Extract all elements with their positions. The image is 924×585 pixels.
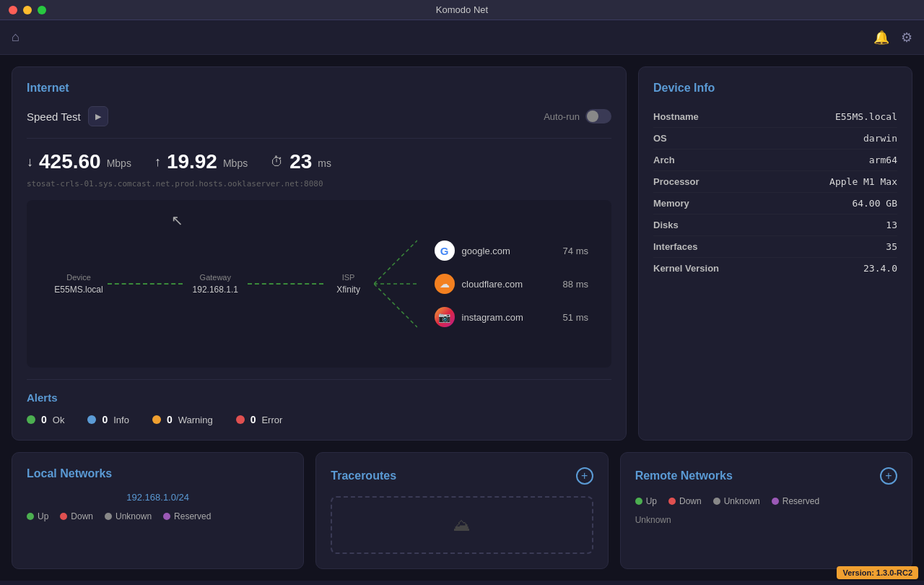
warning-dot-icon bbox=[152, 415, 161, 424]
kernel-key: Kernel Version bbox=[653, 263, 719, 274]
latency-metric: ⏱ 23 ms bbox=[271, 150, 331, 173]
remote-legend-unknown-label: Unknown bbox=[724, 496, 760, 506]
cloudflare-ms: 88 ms bbox=[563, 279, 588, 290]
speed-test-label: Speed Test bbox=[27, 110, 81, 123]
dest-cloudflare: ☁ cloudflare.com 88 ms bbox=[435, 274, 588, 294]
memory-key: Memory bbox=[653, 198, 689, 209]
info-memory: Memory 64.00 GB bbox=[653, 193, 897, 214]
remote-legend-up-label: Up bbox=[646, 496, 657, 506]
local-networks-header: Local Networks bbox=[27, 467, 289, 480]
remote-networks-legend: Up Down Unknown Reserved bbox=[635, 496, 897, 506]
alert-ok: 0 Ok bbox=[27, 414, 64, 425]
google-ms: 74 ms bbox=[563, 246, 588, 256]
branch-lines-svg bbox=[374, 226, 417, 342]
internet-title: Internet bbox=[27, 82, 611, 95]
google-icon: G bbox=[435, 240, 455, 261]
nmap-container: Device E55MS.local Gateway 192.168.1.1 I… bbox=[38, 212, 600, 356]
ok-label: Ok bbox=[53, 415, 65, 425]
close-button[interactable] bbox=[9, 6, 17, 14]
memory-val: 64.00 GB bbox=[852, 198, 897, 209]
gateway-value: 192.168.1.1 bbox=[193, 285, 238, 295]
server-url: stosat-crls-01.sys.comcast.net.prod.host… bbox=[27, 179, 611, 188]
auto-run-toggle[interactable] bbox=[585, 109, 611, 124]
info-hostname: Hostname E55MS.local bbox=[653, 106, 897, 128]
info-os: OS darwin bbox=[653, 128, 897, 150]
remote-legend-reserved: Reserved bbox=[772, 496, 819, 506]
maximize-button[interactable] bbox=[38, 6, 46, 14]
home-icon[interactable]: ⌂ bbox=[12, 30, 19, 45]
remote-legend-down: Down bbox=[668, 496, 702, 506]
info-label: Info bbox=[113, 415, 129, 425]
device-label: Device bbox=[66, 273, 91, 282]
device-info-card: Device Info Hostname E55MS.local OS darw… bbox=[638, 66, 912, 441]
bottom-row: Local Networks 192.168.1.0/24 Up Down Un… bbox=[12, 452, 912, 569]
legend-reserved-label: Reserved bbox=[174, 511, 211, 521]
isp-label: ISP bbox=[342, 273, 355, 282]
remote-legend-down-dot bbox=[668, 498, 676, 505]
google-name: google.com bbox=[462, 246, 556, 256]
instagram-name: instagram.com bbox=[462, 312, 556, 323]
remote-legend-unknown-dot bbox=[713, 498, 720, 505]
navbar: ⌂ 🔔 ⚙ bbox=[0, 20, 924, 55]
cloudflare-icon: ☁ bbox=[435, 274, 455, 294]
remote-networks-card: Remote Networks + Up Down Unknown bbox=[620, 452, 912, 569]
error-count: 0 bbox=[250, 414, 256, 425]
minimize-button[interactable] bbox=[23, 6, 32, 14]
cloudflare-name: cloudflare.com bbox=[462, 279, 556, 290]
bell-icon[interactable]: 🔔 bbox=[873, 30, 889, 46]
add-traceroute-button[interactable]: + bbox=[576, 467, 593, 485]
play-speed-test-button[interactable] bbox=[88, 106, 108, 126]
upload-value: 19.92 bbox=[167, 150, 217, 173]
error-dot-icon bbox=[236, 415, 245, 424]
remote-legend-up-dot bbox=[635, 498, 642, 505]
info-disks: Disks 13 bbox=[653, 214, 897, 236]
legend-unknown: Unknown bbox=[105, 511, 152, 521]
app-title: Komodo Net bbox=[436, 4, 488, 15]
navbar-actions: 🔔 ⚙ bbox=[873, 30, 912, 46]
upload-arrow-icon: ↑ bbox=[154, 155, 161, 170]
ok-count: 0 bbox=[41, 414, 47, 425]
speed-test-left: Speed Test bbox=[27, 106, 108, 126]
version-badge: Version: 1.3.0-RC2 bbox=[837, 566, 918, 579]
legend-reserved-dot bbox=[163, 513, 170, 520]
download-value: 425.60 bbox=[39, 150, 101, 173]
os-key: OS bbox=[653, 133, 667, 144]
legend-down-label: Down bbox=[71, 511, 93, 521]
download-metric: ↓ 425.60 Mbps bbox=[27, 150, 131, 173]
network-map: ↖ Device E55MS.local Gateway 192.168.1.1… bbox=[27, 200, 611, 368]
info-processor: Processor Apple M1 Max bbox=[653, 171, 897, 193]
add-remote-network-button[interactable]: + bbox=[880, 467, 897, 485]
alert-error: 0 Error bbox=[236, 414, 283, 425]
arch-val: arm64 bbox=[869, 155, 897, 165]
remote-legend-down-label: Down bbox=[679, 496, 702, 506]
download-unit: Mbps bbox=[107, 157, 131, 169]
remote-unknown-label: Unknown bbox=[635, 515, 671, 525]
error-label: Error bbox=[261, 415, 282, 425]
info-dot-icon bbox=[87, 415, 96, 424]
isp-value: Xfinity bbox=[336, 285, 360, 295]
window-controls bbox=[9, 6, 46, 14]
info-arch: Arch arm64 bbox=[653, 150, 897, 171]
speed-test-header: Speed Test Auto-run bbox=[27, 106, 611, 139]
remote-networks-title: Remote Networks bbox=[635, 469, 733, 482]
destinations-list: G google.com 74 ms ☁ cloudflare.com 88 m… bbox=[435, 240, 588, 327]
disks-key: Disks bbox=[653, 220, 679, 230]
device-info-table: Hostname E55MS.local OS darwin Arch arm6… bbox=[653, 106, 897, 279]
interfaces-val: 35 bbox=[886, 241, 897, 252]
device-info-title: Device Info bbox=[653, 82, 897, 95]
traceroute-placeholder-icon: ⛰ bbox=[453, 515, 471, 535]
ok-dot-icon bbox=[27, 415, 35, 424]
processor-key: Processor bbox=[653, 176, 699, 187]
gear-icon[interactable]: ⚙ bbox=[901, 30, 912, 46]
local-network-legend: Up Down Unknown Reserved bbox=[27, 511, 289, 521]
line-gateway-isp bbox=[248, 283, 323, 285]
latency-unit: ms bbox=[318, 157, 331, 169]
remote-legend-up: Up bbox=[635, 496, 657, 506]
legend-up: Up bbox=[27, 511, 48, 521]
remote-legend-unknown: Unknown bbox=[713, 496, 760, 506]
download-arrow-icon: ↓ bbox=[27, 155, 33, 170]
remote-legend-reserved-label: Reserved bbox=[783, 496, 819, 506]
legend-down: Down bbox=[60, 511, 93, 521]
device-value: E55MS.local bbox=[54, 285, 103, 295]
legend-up-dot bbox=[27, 513, 34, 520]
